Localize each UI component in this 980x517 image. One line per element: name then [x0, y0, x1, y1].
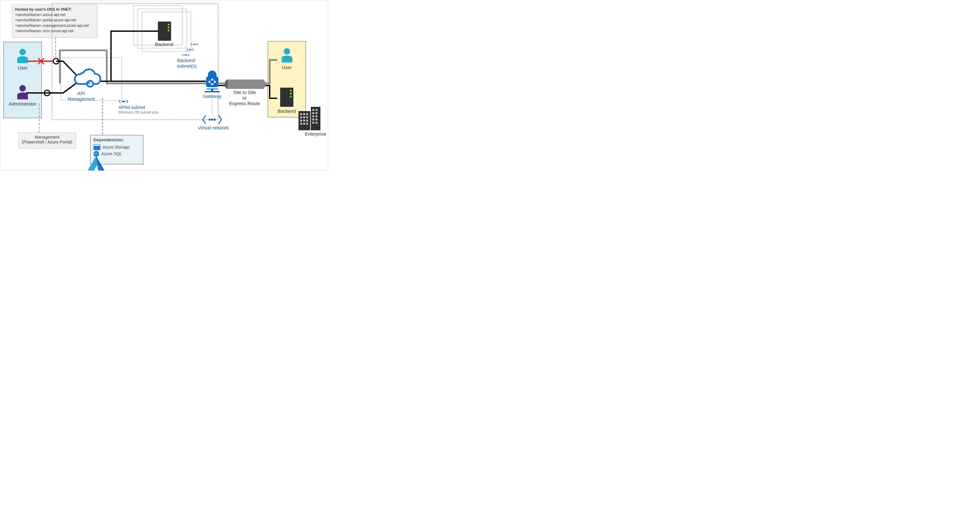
svg-rect-58 — [312, 122, 314, 124]
svg-rect-53 — [315, 112, 317, 114]
svg-rect-59 — [315, 122, 317, 124]
svg-rect-23 — [207, 88, 218, 89]
dns-line-2: <serviceName>.management.azure-api.net — [15, 23, 94, 28]
api-mgmt-label: API Management — [64, 91, 98, 102]
svg-rect-22 — [206, 77, 218, 87]
enterprise-panel — [267, 41, 306, 118]
svg-point-11 — [194, 44, 195, 45]
svg-rect-24 — [211, 88, 213, 91]
enterprise-backend-label: Backend — [270, 109, 304, 114]
svg-point-20 — [123, 101, 124, 102]
site-to-site-label: Site to Site or Express Route — [229, 90, 261, 106]
svg-point-14 — [190, 49, 191, 50]
enterprise-user-label: User — [270, 65, 304, 70]
apim-subnet-sub: Minimum /29 subnet size — [118, 110, 159, 115]
socket-admin — [44, 90, 50, 96]
svg-rect-50 — [312, 109, 314, 111]
svg-rect-49 — [306, 123, 308, 125]
svg-rect-44 — [300, 120, 302, 121]
dns-line-1: <serviceName>.portal.azure-api.net — [15, 18, 94, 23]
svg-point-18 — [186, 55, 187, 56]
svg-point-31 — [260, 80, 265, 89]
svg-point-9 — [168, 30, 169, 31]
svg-rect-37 — [311, 107, 320, 130]
dns-line-0: <serviceName>.azure-api.net — [15, 12, 94, 18]
svg-point-10 — [193, 44, 194, 45]
dns-callout: Hosted by user's DNS in VNET: <serviceNa… — [12, 5, 97, 38]
dependencies-callout: Dependencies: Azure Storage Azure SQL — [90, 135, 143, 164]
vnet-label: Virtual network — [196, 125, 230, 131]
svg-rect-45 — [303, 120, 305, 121]
svg-point-7 — [168, 24, 169, 26]
svg-point-17 — [186, 55, 186, 56]
vnet-icon — [203, 115, 221, 124]
svg-rect-54 — [312, 115, 314, 117]
svg-point-26 — [208, 118, 211, 121]
deps-sql: Azure SQL — [101, 152, 122, 156]
svg-point-8 — [168, 27, 169, 28]
gateway-label: Gateway — [195, 94, 229, 99]
subnet-glyph-3 — [182, 54, 189, 56]
backend-server-icon — [158, 22, 171, 41]
subnet-glyph-2 — [187, 49, 193, 51]
svg-rect-55 — [315, 115, 317, 117]
svg-point-15 — [191, 49, 191, 50]
svg-rect-30 — [228, 80, 262, 89]
svg-point-29 — [225, 80, 230, 89]
svg-rect-48 — [303, 123, 305, 125]
management-line1: Management — [19, 135, 76, 140]
backend-subnets-label: Backend subnet(s) — [177, 58, 197, 69]
svg-rect-56 — [312, 118, 314, 120]
management-callout: Management (Powershell / Azure Portal) — [18, 132, 76, 148]
architecture-diagram: Hosted by user's DNS in VNET: <serviceNa… — [0, 0, 328, 171]
backend-label: Backend — [147, 42, 181, 47]
admin-label: Administrator — [6, 101, 40, 107]
apim-subnet-glyph — [119, 100, 128, 103]
svg-point-21 — [124, 101, 125, 102]
svg-rect-6 — [158, 22, 171, 41]
svg-point-13 — [189, 49, 189, 50]
storage-icon — [94, 144, 100, 150]
svg-rect-47 — [300, 123, 302, 125]
apim-subnet-label: APIM subnet — [118, 105, 145, 110]
svg-rect-43 — [306, 116, 308, 118]
svg-rect-52 — [312, 112, 314, 114]
svg-rect-46 — [306, 120, 308, 121]
gateway-icon — [205, 70, 220, 92]
svg-rect-57 — [315, 118, 317, 120]
svg-rect-40 — [306, 113, 308, 115]
svg-rect-51 — [315, 109, 317, 111]
management-line2: (Powershell / Azure Portal) — [19, 140, 76, 145]
subnet-glyph-1 — [191, 43, 198, 45]
socket-user — [53, 58, 59, 64]
svg-point-16 — [185, 55, 185, 56]
enterprise-label: Enterprise — [299, 131, 328, 137]
dns-line-3: <serviceName>.scm.azure-api.net — [15, 28, 94, 34]
dns-title: Hosted by user's DNS in VNET: — [15, 7, 94, 12]
sql-icon — [94, 151, 99, 156]
backend-subnet-boundary-3 — [134, 6, 182, 45]
tunnel-icon — [225, 80, 265, 89]
deps-storage: Azure Storage — [102, 145, 130, 150]
user-to-apim — [56, 61, 81, 80]
user-label: User — [6, 65, 40, 71]
svg-point-12 — [195, 44, 196, 45]
svg-rect-25 — [205, 91, 220, 92]
svg-point-19 — [122, 101, 123, 102]
apim-to-backend — [111, 31, 158, 81]
api-management-icon — [75, 69, 100, 87]
svg-point-5 — [87, 81, 93, 87]
deps-title: Dependencies: — [94, 137, 140, 142]
svg-point-27 — [211, 118, 213, 121]
svg-point-28 — [214, 118, 216, 121]
